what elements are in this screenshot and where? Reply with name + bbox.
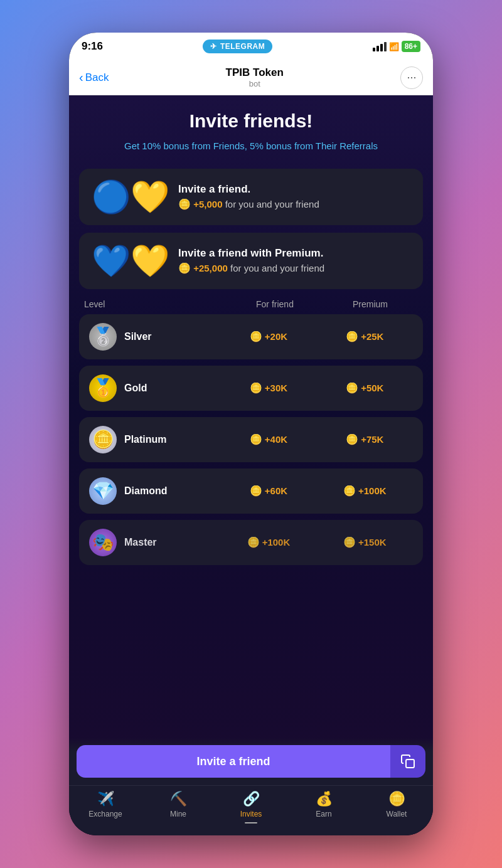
invite-card-content-regular: Invite a friend. 🪙 +5,000 for you and yo…	[178, 183, 319, 210]
level-row-diamond: 💎 Diamond 🪙 +60K 🪙 +100K	[79, 468, 423, 514]
coin-icon-premium: 🪙	[178, 263, 191, 273]
telegram-arrow-icon: ✈	[210, 42, 217, 51]
coin-icon: 🪙	[250, 382, 262, 394]
level-row-platinum: 🪙 Platinum 🪙 +40K 🪙 +75K	[79, 417, 423, 462]
coin-icon: 🪙	[178, 199, 191, 209]
back-button[interactable]: ‹ Back	[79, 70, 109, 85]
level-val-silver-friend: 🪙 +20K	[220, 331, 316, 342]
level-header-premium: Premium	[323, 299, 418, 309]
bottom-tab-bar: ✈️ Exchange ⛏️ Mine 🔗 Invites 💰 Earn 🪙 W…	[69, 785, 433, 835]
wifi-icon: 📶	[389, 42, 399, 51]
status-bar: 9:16 ✈ TELEGRAM 📶 86+	[69, 33, 433, 60]
coin-icon: 🪙	[346, 382, 358, 394]
active-tab-indicator	[245, 822, 257, 823]
level-val-platinum-friend: 🪙 +40K	[220, 433, 316, 445]
coin-icon: 🪙	[346, 433, 358, 445]
invite-friend-button[interactable]: Invite a friend	[77, 745, 390, 778]
status-right: 📶 86+	[373, 41, 420, 52]
invite-card-content-premium: Invite a friend with Premium. 🪙 +25,000 …	[178, 247, 324, 274]
level-name-platinum: Platinum	[124, 434, 220, 445]
coin-icon: 🪙	[250, 485, 262, 497]
main-content: Invite friends! Get 10% bonus from Frien…	[69, 95, 433, 835]
level-val-diamond-premium: 🪙 +100K	[317, 485, 413, 497]
invite-emoji-premium: 💙💛	[92, 243, 169, 279]
invite-card-premium: 💙💛 Invite a friend with Premium. 🪙 +25,0…	[79, 233, 423, 289]
tab-exchange[interactable]: ✈️ Exchange	[69, 791, 142, 818]
coin-icon: 🪙	[346, 331, 358, 342]
copy-icon	[400, 754, 415, 769]
level-row-silver: 🥈 Silver 🪙 +20K 🪙 +25K	[79, 314, 423, 359]
tab-invites-label: Invites	[240, 810, 262, 818]
signal-icon	[373, 42, 387, 51]
invite-card-bonus-regular: 🪙 +5,000 for you and your friend	[178, 198, 319, 210]
nav-bar: ‹ Back TPIB Token bot ···	[69, 60, 433, 95]
level-val-master-premium: 🪙 +150K	[317, 536, 413, 548]
level-table-header: Level For friend Premium	[79, 299, 423, 314]
level-val-platinum-premium: 🪙 +75K	[317, 433, 413, 445]
invite-card-title-regular: Invite a friend.	[178, 183, 319, 196]
level-header-level: Level	[84, 299, 227, 309]
nav-title: TPIB Token bot	[226, 66, 284, 88]
level-val-diamond-friend: 🪙 +60K	[220, 485, 316, 497]
tab-exchange-label: Exchange	[88, 810, 122, 818]
coin-icon: 🪙	[250, 433, 262, 445]
level-icon-platinum: 🪙	[89, 426, 117, 453]
level-name-diamond: Diamond	[124, 485, 220, 497]
level-icon-silver: 🥈	[89, 323, 117, 351]
more-options-button[interactable]: ···	[400, 66, 423, 89]
earn-icon: 💰	[316, 791, 333, 807]
level-val-gold-friend: 🪙 +30K	[220, 382, 316, 394]
tab-wallet-label: Wallet	[387, 810, 407, 818]
phone-frame: 9:16 ✈ TELEGRAM 📶 86+ ‹ Back TPIB Token	[69, 33, 433, 835]
level-header-friend: For friend	[227, 299, 323, 309]
coin-icon: 🪙	[343, 485, 356, 497]
tab-earn[interactable]: 💰 Earn	[287, 791, 360, 818]
tab-mine[interactable]: ⛏️ Mine	[142, 791, 215, 818]
level-icon-gold: 🥇	[89, 374, 117, 402]
svg-rect-0	[406, 760, 414, 768]
level-icon-master: 🎭	[89, 529, 117, 556]
level-row-gold: 🥇 Gold 🪙 +30K 🪙 +50K	[79, 366, 423, 411]
copy-link-button[interactable]	[390, 745, 425, 778]
level-icon-diamond: 💎	[89, 477, 117, 505]
level-name-gold: Gold	[124, 383, 220, 394]
coin-icon: 🪙	[343, 536, 356, 548]
wallet-icon: 🪙	[388, 791, 405, 807]
coin-icon: 🪙	[250, 331, 262, 342]
level-name-master: Master	[124, 537, 220, 548]
telegram-badge: ✈ TELEGRAM	[203, 40, 272, 53]
level-row-master: 🎭 Master 🪙 +100K 🪙 +150K	[79, 520, 423, 565]
exchange-icon: ✈️	[97, 791, 114, 807]
page-subtitle: Get 10% bonus from Friends, 5% bonus fro…	[79, 139, 423, 154]
level-val-master-friend: 🪙 +100K	[220, 536, 316, 548]
invite-overlay: Invite a friend	[69, 738, 433, 785]
mine-icon: ⛏️	[170, 791, 187, 807]
invite-card-title-premium: Invite a friend with Premium.	[178, 247, 324, 260]
level-table: Level For friend Premium 🥈 Silver 🪙 +20K…	[79, 299, 423, 565]
invite-card-regular: 🔵💛 Invite a friend. 🪙 +5,000 for you and…	[79, 169, 423, 225]
level-name-silver: Silver	[124, 331, 220, 342]
level-val-silver-premium: 🪙 +25K	[317, 331, 413, 342]
chevron-left-icon: ‹	[79, 70, 83, 85]
invite-emoji-regular: 🔵💛	[92, 179, 169, 215]
tab-mine-label: Mine	[170, 810, 186, 818]
level-val-gold-premium: 🪙 +50K	[317, 382, 413, 394]
tab-wallet[interactable]: 🪙 Wallet	[360, 791, 433, 818]
page-title: Invite friends!	[79, 110, 423, 132]
tab-invites[interactable]: 🔗 Invites	[215, 791, 287, 823]
tab-earn-label: Earn	[316, 810, 331, 818]
invites-icon: 🔗	[243, 791, 260, 807]
status-time: 9:16	[82, 40, 103, 53]
coin-icon: 🪙	[247, 536, 260, 548]
battery-indicator: 86+	[402, 41, 420, 52]
invite-card-bonus-premium: 🪙 +25,000 for you and your friend	[178, 262, 324, 274]
